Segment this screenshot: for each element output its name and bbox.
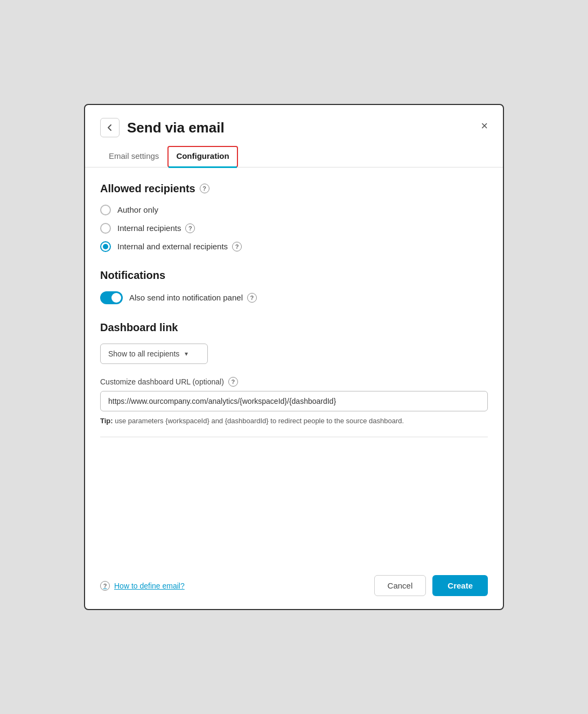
radio-internal-circle — [100, 223, 111, 234]
notifications-title: Notifications — [100, 269, 488, 282]
radio-author-only-circle — [100, 205, 111, 215]
notification-panel-toggle[interactable] — [100, 291, 123, 304]
radio-author-only-label: Author only — [117, 205, 158, 214]
tabs-container: Email settings Configuration — [85, 146, 503, 167]
footer-buttons: Cancel Create — [374, 575, 488, 596]
dashboard-link-title: Dashboard link — [100, 321, 488, 334]
radio-internal-label: Internal recipients ? — [117, 223, 195, 233]
dialog-content: Allowed recipients ? Author only Interna… — [85, 167, 503, 567]
create-button[interactable]: Create — [432, 575, 488, 596]
dialog: Send via email × Email settings Configur… — [84, 104, 504, 610]
internal-help-icon[interactable]: ? — [185, 223, 195, 233]
toggle-row: Also send into notification panel ? — [100, 291, 488, 304]
url-label: Customize dashboard URL (optional) ? — [100, 377, 488, 387]
tab-email-settings[interactable]: Email settings — [100, 146, 167, 167]
notifications-help-icon[interactable]: ? — [247, 293, 257, 303]
dropdown-chevron-icon: ▾ — [185, 350, 188, 358]
url-section: Customize dashboard URL (optional) ? Tip… — [100, 377, 488, 426]
footer-help-icon: ? — [100, 581, 110, 591]
internal-external-help-icon[interactable]: ? — [232, 242, 242, 251]
radio-internal-external-label: Internal and external recipients ? — [117, 242, 242, 251]
radio-internal[interactable]: Internal recipients ? — [100, 223, 488, 234]
divider — [100, 437, 488, 437]
radio-internal-external[interactable]: Internal and external recipients ? — [100, 241, 488, 252]
dialog-footer: ? How to define email? Cancel Create — [85, 566, 503, 609]
tip-text: Tip: use parameters {workspaceId} and {d… — [100, 416, 488, 426]
toggle-label: Also send into notification panel ? — [129, 293, 257, 303]
notifications-section: Notifications Also send into notificatio… — [100, 269, 488, 304]
cancel-button[interactable]: Cancel — [374, 575, 426, 596]
allowed-recipients-help-icon[interactable]: ? — [200, 184, 209, 193]
dialog-title: Send via email — [127, 120, 225, 136]
dashboard-url-input[interactable] — [100, 391, 488, 411]
radio-author-only[interactable]: Author only — [100, 205, 488, 215]
show-recipients-dropdown[interactable]: Show to all recipients ▾ — [100, 344, 208, 364]
allowed-recipients-title: Allowed recipients ? — [100, 183, 488, 195]
url-help-icon[interactable]: ? — [228, 377, 238, 387]
tab-configuration[interactable]: Configuration — [167, 146, 237, 167]
radio-internal-external-circle — [100, 241, 111, 252]
recipients-radio-group: Author only Internal recipients ? Intern… — [100, 205, 488, 252]
dashboard-link-section: Dashboard link Show to all recipients ▾ — [100, 321, 488, 364]
close-button[interactable]: × — [479, 118, 490, 134]
dialog-header: Send via email × — [85, 105, 503, 146]
allowed-recipients-section: Allowed recipients ? Author only Interna… — [100, 183, 488, 252]
help-link[interactable]: ? How to define email? — [100, 581, 185, 591]
back-button[interactable] — [100, 118, 120, 137]
